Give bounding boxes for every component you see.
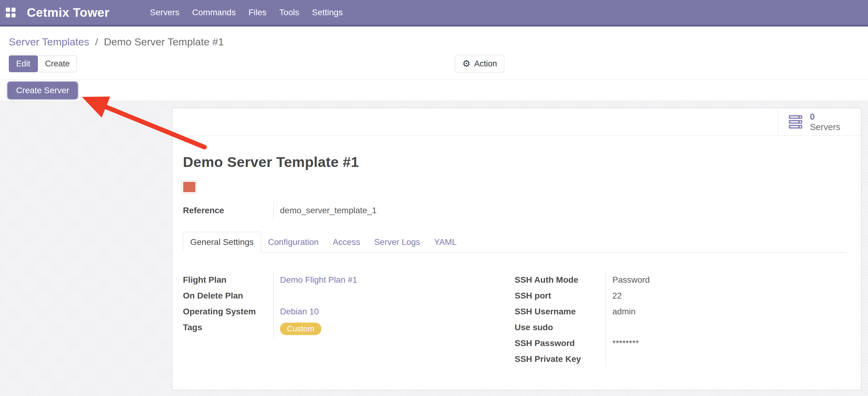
content-area: 0 Servers Demo Server Template #1 Refere… bbox=[0, 102, 868, 396]
field-value-ssh-private-key bbox=[606, 351, 846, 367]
nav-item-files[interactable]: Files bbox=[242, 3, 273, 22]
sheet-body: Demo Server Template #1 Reference demo_s… bbox=[172, 153, 861, 367]
tab-server-logs[interactable]: Server Logs bbox=[367, 232, 427, 252]
field-row-ssh-password: SSH Password******** bbox=[515, 335, 846, 351]
reference-label: Reference bbox=[183, 200, 274, 221]
tab-general-settings[interactable]: General Settings bbox=[183, 232, 261, 253]
nav-item-commands[interactable]: Commands bbox=[186, 3, 242, 22]
field-row-on-delete-plan: On Delete Plan bbox=[183, 288, 515, 304]
top-navbar: Cetmix Tower ServersCommandsFilesToolsSe… bbox=[0, 0, 868, 27]
nav-menu: ServersCommandsFilesToolsSettings bbox=[144, 3, 349, 22]
control-panel: Server Templates / Demo Server Template … bbox=[0, 28, 868, 80]
field-label-ssh-auth-mode: SSH Auth Mode bbox=[515, 272, 606, 288]
field-value-ssh-password: ******** bbox=[606, 335, 846, 351]
field-label-use-sudo: Use sudo bbox=[515, 319, 606, 335]
color-swatch bbox=[182, 180, 197, 194]
field-row-flight-plan: Flight PlanDemo Flight Plan #1 bbox=[183, 272, 515, 288]
reference-field: Reference demo_server_template_1 bbox=[183, 200, 377, 221]
field-row-tags: TagsCustom bbox=[183, 319, 515, 338]
fields-table-right: SSH Auth ModePasswordSSH port22SSH Usern… bbox=[515, 272, 846, 367]
server-stack-icon bbox=[787, 114, 804, 130]
field-row-ssh-port: SSH port22 bbox=[515, 288, 846, 304]
field-value-tags: Custom bbox=[274, 319, 515, 338]
field-label-tags: Tags bbox=[183, 319, 274, 338]
field-value-use-sudo bbox=[606, 319, 846, 335]
tab-access[interactable]: Access bbox=[326, 232, 367, 252]
field-row-ssh-private-key: SSH Private Key bbox=[515, 351, 846, 367]
notebook-page-general-settings: Flight PlanDemo Flight Plan #1On Delete … bbox=[183, 253, 846, 367]
create-server-button[interactable]: Create Server bbox=[8, 82, 78, 99]
field-label-ssh-port: SSH port bbox=[515, 288, 606, 304]
sheet-header: 0 Servers bbox=[172, 108, 861, 136]
field-row-use-sudo: Use sudo bbox=[515, 319, 846, 335]
app-brand[interactable]: Cetmix Tower bbox=[27, 5, 110, 20]
nav-item-servers[interactable]: Servers bbox=[144, 3, 186, 22]
field-row-operating-system: Operating SystemDebian 10 bbox=[183, 304, 515, 319]
field-label-flight-plan: Flight Plan bbox=[183, 272, 274, 288]
field-value-ssh-port: 22 bbox=[606, 288, 846, 304]
field-label-operating-system: Operating System bbox=[183, 304, 274, 319]
fields-group-left: Flight PlanDemo Flight Plan #1On Delete … bbox=[183, 272, 515, 367]
apps-grid-icon[interactable] bbox=[6, 8, 16, 17]
field-value-ssh-username: admin bbox=[606, 304, 846, 319]
form-sheet: 0 Servers Demo Server Template #1 Refere… bbox=[172, 108, 861, 390]
breadcrumb-parent-link[interactable]: Server Templates bbox=[9, 36, 89, 48]
field-value-operating-system[interactable]: Debian 10 bbox=[274, 304, 515, 319]
tab-configuration[interactable]: Configuration bbox=[261, 232, 326, 252]
fields-table-left: Flight PlanDemo Flight Plan #1On Delete … bbox=[183, 272, 515, 338]
field-value-ssh-auth-mode: Password bbox=[606, 272, 846, 288]
field-label-ssh-password: SSH Password bbox=[515, 335, 606, 351]
field-value-on-delete-plan bbox=[274, 288, 515, 304]
tag-badge-custom: Custom bbox=[280, 322, 321, 335]
servers-label: Servers bbox=[810, 122, 840, 132]
breadcrumb-separator: / bbox=[92, 36, 101, 48]
record-title: Demo Server Template #1 bbox=[183, 153, 846, 170]
field-row-ssh-auth-mode: SSH Auth ModePassword bbox=[515, 272, 846, 288]
form-statusbar: Create Server bbox=[0, 80, 868, 101]
action-button[interactable]: ⚙ Action bbox=[455, 55, 504, 73]
fields-group-right: SSH Auth ModePasswordSSH port22SSH Usern… bbox=[515, 272, 846, 367]
breadcrumb-current: Demo Server Template #1 bbox=[104, 36, 224, 48]
field-value-flight-plan[interactable]: Demo Flight Plan #1 bbox=[274, 272, 515, 288]
screen: Cetmix Tower ServersCommandsFilesToolsSe… bbox=[0, 0, 868, 396]
field-label-ssh-private-key: SSH Private Key bbox=[515, 351, 606, 367]
field-row-ssh-username: SSH Usernameadmin bbox=[515, 304, 846, 319]
field-label-on-delete-plan: On Delete Plan bbox=[183, 288, 274, 304]
nav-item-settings[interactable]: Settings bbox=[306, 3, 349, 22]
servers-stat-button[interactable]: 0 Servers bbox=[778, 108, 861, 136]
action-button-label: Action bbox=[474, 59, 497, 68]
edit-button[interactable]: Edit bbox=[9, 55, 38, 72]
field-label-ssh-username: SSH Username bbox=[515, 304, 606, 319]
nav-item-tools[interactable]: Tools bbox=[273, 3, 306, 22]
tab-yaml[interactable]: YAML bbox=[427, 232, 464, 252]
breadcrumb: Server Templates / Demo Server Template … bbox=[9, 36, 224, 48]
reference-value: demo_server_template_1 bbox=[274, 200, 377, 221]
create-button[interactable]: Create bbox=[38, 55, 77, 72]
servers-count: 0 bbox=[810, 112, 840, 122]
gear-icon: ⚙ bbox=[462, 59, 470, 68]
notebook-tabs: General SettingsConfigurationAccessServe… bbox=[183, 232, 846, 253]
